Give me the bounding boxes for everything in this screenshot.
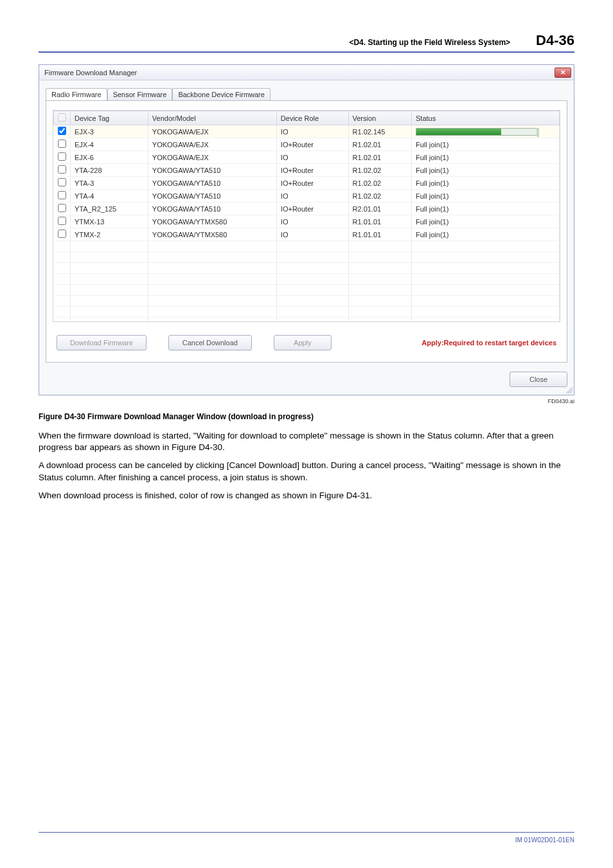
row-checkbox[interactable] [58,204,66,212]
column-device-role[interactable]: Device Role [276,111,348,125]
table-row[interactable]: YTA_R2_125 YOKOGAWA/YTA510 IO+Router R2.… [54,203,560,215]
page-footer: IM 01W02D01-01EN [39,832,574,844]
table-row[interactable]: EJX-6 YOKOGAWA/EJX IO R1.02.01 Full join… [54,151,560,164]
window-titlebar: Firmware Download Manager ✕ [39,65,574,80]
tab-backbone-firmware[interactable]: Backbone Device Firmware [172,88,271,100]
cell-vendor: YOKOGAWA/EJX [148,125,276,138]
header-page-number: D4-36 [536,32,574,49]
apply-button[interactable]: Apply [274,335,332,350]
column-version[interactable]: Version [348,111,411,125]
table-row[interactable]: YTMX-2 YOKOGAWA/YTMX580 IO R1.01.01 Full… [54,228,560,241]
column-checkbox[interactable] [54,111,71,125]
column-vendor-model[interactable]: Vendor/Model [148,111,276,125]
progress-bar [416,128,538,136]
figure-id: FD0430.ai [39,398,574,404]
row-checkbox[interactable] [58,178,66,186]
cancel-download-button[interactable]: Cancel Download [168,335,252,350]
row-checkbox[interactable] [58,230,66,238]
device-grid: Device Tag Vendor/Model Device Role Vers… [53,110,560,322]
row-checkbox[interactable] [58,127,66,135]
header-section-title: <D4. Starting up the Field Wireless Syst… [349,38,510,47]
apply-note: Apply:Required to restart target devices [422,339,556,347]
paragraph: When the firmware download is started, "… [39,430,574,453]
figure-caption: Figure D4-30 Firmware Download Manager W… [39,412,574,421]
paragraph: When download process is finished, color… [39,490,574,502]
row-checkbox[interactable] [58,217,66,225]
table-row[interactable]: YTA-228 YOKOGAWA/YTA510 IO+Router R1.02.… [54,164,560,177]
page-header: <D4. Starting up the Field Wireless Syst… [39,32,574,53]
footer-doc-id: IM 01W02D01-01EN [515,836,574,844]
column-status[interactable]: Status [412,111,560,125]
close-icon[interactable]: ✕ [555,68,571,78]
cell-device-tag: EJX-3 [71,125,148,138]
column-device-tag[interactable]: Device Tag [71,111,148,125]
table-row[interactable]: YTA-4 YOKOGAWA/YTA510 IO R1.02.02 Full j… [54,190,560,203]
table-row[interactable]: YTA-3 YOKOGAWA/YTA510 IO+Router R1.02.02… [54,177,560,190]
tab-sensor-firmware[interactable]: Sensor Firmware [107,88,173,100]
tab-radio-firmware[interactable]: Radio Firmware [46,88,107,100]
tab-strip: Radio Firmware Sensor Firmware Backbone … [46,88,567,100]
window-title: Firmware Download Manager [44,69,137,77]
table-row[interactable]: EJX-3 YOKOGAWA/EJX IO R1.02.145 [54,125,560,138]
row-checkbox[interactable] [58,165,66,174]
cell-version: R1.02.145 [348,125,411,138]
tab-panel: Device Tag Vendor/Model Device Role Vers… [46,100,567,363]
close-button[interactable]: Close [510,372,567,387]
resize-grip-icon[interactable] [566,387,573,393]
row-checkbox[interactable] [58,140,66,148]
table-row[interactable]: EJX-4 YOKOGAWA/EJX IO+Router R1.02.01 Fu… [54,138,560,151]
table-row[interactable]: YTMX-13 YOKOGAWA/YTMX580 IO R1.01.01 Ful… [54,215,560,228]
cell-role: IO [276,125,348,138]
download-firmware-button[interactable]: Download Firmware [57,335,147,350]
row-checkbox[interactable] [58,191,66,199]
cell-status [412,125,560,138]
paragraph: A download process can be canceled by cl… [39,460,574,483]
firmware-window: Firmware Download Manager ✕ Radio Firmwa… [39,64,574,395]
row-checkbox[interactable] [58,152,66,161]
